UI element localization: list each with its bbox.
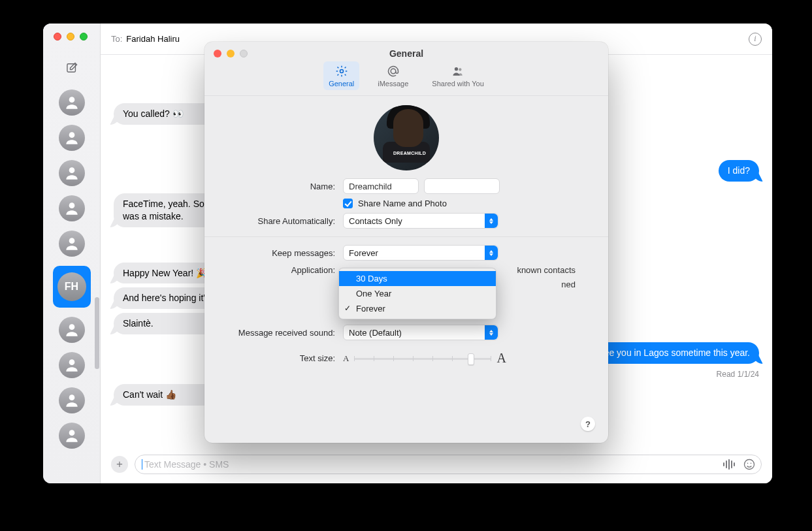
dropdown-option-forever[interactable]: Forever	[339, 301, 496, 316]
svg-point-4	[69, 202, 74, 208]
conversation-item[interactable]	[59, 387, 85, 413]
svg-point-14	[391, 69, 396, 74]
help-button[interactable]: ?	[581, 417, 595, 431]
name-label: Name:	[221, 182, 343, 191]
settings-body: DREAMCHILD Name: Share Name and Photo Sh…	[204, 96, 608, 381]
dictation-icon[interactable]	[723, 459, 738, 470]
message-placeholder: Text Message • SMS	[144, 459, 229, 470]
conversation-item[interactable]	[59, 317, 85, 343]
divider	[204, 236, 608, 237]
svg-point-9	[69, 430, 74, 436]
conversation-item[interactable]	[59, 423, 85, 449]
to-label: To:	[111, 34, 122, 44]
conversation-item[interactable]	[59, 160, 85, 186]
svg-point-15	[455, 67, 458, 71]
received-sound-select[interactable]: Note (Default)	[343, 325, 498, 340]
slider-thumb[interactable]	[468, 353, 474, 365]
fullscreen-window-button[interactable]	[80, 33, 88, 40]
tab-shared-with-you[interactable]: Shared with You	[427, 61, 489, 90]
svg-point-8	[69, 394, 74, 400]
settings-title: General	[204, 48, 608, 59]
profile-photo[interactable]: DREAMCHILD	[374, 105, 439, 170]
text-cursor	[142, 459, 142, 470]
share-name-photo-label: Share Name and Photo	[358, 199, 447, 208]
svg-point-3	[69, 167, 74, 173]
text-size-small-icon: A	[343, 353, 349, 364]
svg-point-2	[69, 132, 74, 138]
emoji-picker-button[interactable]	[743, 458, 756, 471]
avatar: FH	[57, 272, 86, 301]
svg-point-5	[69, 238, 74, 244]
chevron-updown-icon	[485, 214, 498, 228]
share-auto-label: Share Automatically:	[221, 216, 343, 226]
apps-button[interactable]: +	[111, 456, 128, 473]
received-sound-label: Message received sound:	[221, 328, 343, 338]
svg-rect-0	[67, 64, 75, 72]
sidebar-scrollbar[interactable]	[95, 297, 99, 369]
tab-label: Shared with You	[432, 80, 484, 88]
svg-point-10	[745, 460, 755, 470]
conversation-item[interactable]	[59, 89, 85, 116]
svg-point-7	[69, 359, 74, 365]
svg-point-6	[69, 324, 74, 330]
select-value: Forever	[349, 248, 378, 258]
conversation-item[interactable]	[59, 231, 85, 257]
application-text-partial: known contacts	[517, 265, 576, 275]
application-label: Application:	[221, 265, 343, 275]
tab-label: General	[329, 80, 354, 88]
keep-messages-select[interactable]: Forever	[343, 245, 498, 261]
close-window-button[interactable]	[54, 33, 61, 40]
select-value: Contacts Only	[349, 216, 402, 226]
recipient-name[interactable]: Faridah Haliru	[126, 34, 180, 44]
profile-photo-text: DREAMCHILD	[393, 151, 426, 155]
svg-point-16	[459, 68, 461, 71]
chevron-updown-icon	[485, 246, 498, 260]
keep-messages-dropdown: 30 Days One Year Forever	[338, 268, 496, 319]
dropdown-option-30-days[interactable]: 30 Days	[339, 271, 496, 286]
text-size-label: Text size:	[221, 353, 343, 363]
share-automatically-select[interactable]: Contacts Only	[343, 213, 498, 229]
application-text-partial: ned	[561, 280, 576, 289]
last-name-field[interactable]	[424, 178, 500, 194]
conversation-item[interactable]	[59, 195, 85, 221]
svg-point-12	[751, 463, 752, 464]
text-size-large-icon: A	[496, 351, 506, 366]
tab-general[interactable]: General	[323, 61, 359, 90]
chevron-updown-icon	[485, 325, 498, 340]
compose-button[interactable]	[57, 61, 86, 76]
conversation-list[interactable]: FH	[43, 82, 100, 483]
message-input[interactable]: Text Message • SMS	[135, 455, 762, 474]
window-traffic-lights	[43, 24, 100, 55]
sidebar: FH	[43, 24, 101, 483]
first-name-field[interactable]	[343, 178, 419, 194]
text-size-slider[interactable]	[354, 352, 491, 365]
tab-label: iMessage	[378, 80, 408, 88]
share-name-photo-checkbox[interactable]	[343, 199, 353, 208]
settings-tabbar: General iMessage Shared with You	[204, 61, 608, 96]
svg-point-13	[340, 70, 343, 73]
keep-messages-label: Keep messages:	[221, 248, 343, 258]
tab-imessage[interactable]: iMessage	[372, 61, 414, 90]
conversation-item[interactable]	[59, 125, 85, 151]
input-bar: + Text Message • SMS	[111, 455, 762, 474]
dropdown-option-one-year[interactable]: One Year	[339, 286, 496, 301]
conversation-item-active[interactable]: FH	[53, 266, 91, 308]
details-button[interactable]: i	[749, 33, 762, 46]
minimize-window-button[interactable]	[67, 33, 74, 40]
message-outgoing: I did?	[719, 160, 759, 182]
select-value: Note (Default)	[349, 328, 402, 338]
settings-window: General General iMessage Shared with You…	[204, 42, 608, 443]
svg-point-1	[69, 97, 74, 103]
svg-point-11	[747, 463, 749, 464]
conversation-item[interactable]	[59, 352, 85, 378]
